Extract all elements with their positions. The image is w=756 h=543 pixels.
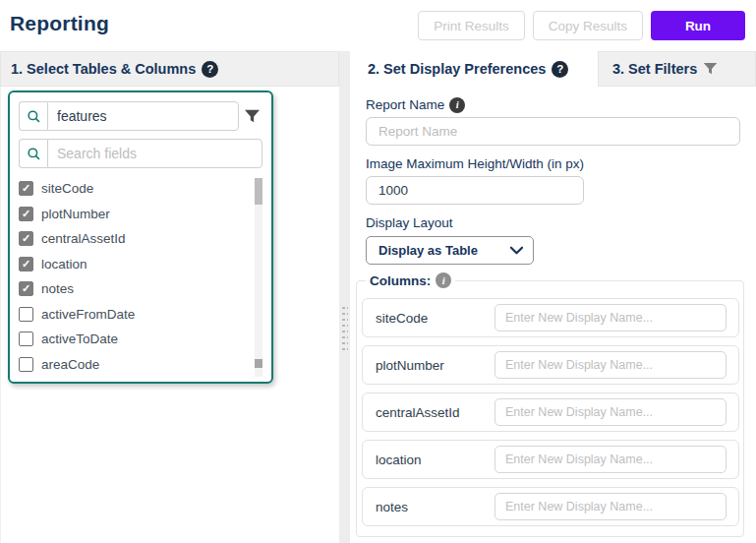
column-input[interactable]: [494, 493, 727, 520]
field-checkbox-item[interactable]: areaCode: [19, 352, 262, 378]
field-label: centralAssetId: [41, 231, 126, 246]
field-checkbox-item[interactable]: centralAssetId: [19, 226, 262, 252]
display-preferences-panel: Report Name Image Maximum Height/Width (…: [350, 87, 756, 543]
tab-select-tables[interactable]: 1. Select Tables & Columns: [0, 51, 339, 87]
field-checkbox-item[interactable]: plotNumber: [19, 202, 262, 227]
image-max-label: Image Maximum Height/Width (in px): [366, 156, 740, 172]
checkbox[interactable]: [19, 231, 33, 246]
checkbox[interactable]: [19, 357, 33, 372]
select-tables-header-label: 1. Select Tables & Columns: [11, 61, 196, 77]
checkbox[interactable]: [19, 181, 33, 196]
column-input[interactable]: [494, 398, 727, 426]
copy-results-button[interactable]: Copy Results: [533, 11, 643, 40]
display-preferences-header-label: 2. Set Display Preferences: [368, 61, 546, 77]
field-label: location: [41, 257, 87, 272]
table-search-input[interactable]: [47, 101, 239, 131]
run-button[interactable]: Run: [651, 11, 745, 40]
image-max-input[interactable]: [366, 176, 584, 205]
report-name-label-text: Report Name: [366, 97, 444, 113]
panel-splitter[interactable]: [339, 51, 350, 543]
field-search-input[interactable]: [47, 139, 262, 168]
column-input[interactable]: [494, 304, 727, 332]
print-results-button[interactable]: Print Results: [418, 11, 525, 40]
tab-set-filters[interactable]: 3. Set Filters: [598, 51, 756, 87]
column-name: centralAssetId: [376, 405, 460, 420]
field-checkbox-item[interactable]: activeToDate: [19, 327, 262, 352]
info-icon[interactable]: [449, 97, 465, 113]
help-icon[interactable]: [552, 61, 568, 78]
filter-icon: [244, 109, 261, 124]
table-column-picker: siteCode plotNumber centralAssetId locat…: [8, 90, 273, 384]
column-name: location: [376, 452, 422, 467]
table-search-row: [19, 101, 262, 131]
columns-legend: Columns:: [366, 272, 455, 288]
splitter-grip-icon[interactable]: [341, 305, 348, 350]
field-label: activeFromDate: [41, 307, 135, 322]
field-checkbox-item[interactable]: siteCode: [19, 176, 262, 202]
info-icon[interactable]: [436, 272, 451, 288]
search-icon: [19, 139, 47, 168]
scrollbar-thumb[interactable]: [255, 178, 262, 205]
columns-list: siteCode plotNumber centralAssetId locat…: [362, 298, 739, 526]
select-tables-panel: siteCode plotNumber centralAssetId locat…: [0, 87, 339, 543]
filter-icon: [703, 62, 718, 76]
checkbox[interactable]: [19, 281, 33, 296]
field-label: notes: [41, 281, 74, 296]
chevron-down-icon: [510, 246, 523, 255]
field-label: plotNumber: [41, 207, 110, 221]
display-layout-select[interactable]: Display as Table: [366, 236, 534, 265]
field-checkbox-item[interactable]: notes: [19, 276, 262, 302]
column-input[interactable]: [494, 351, 727, 379]
checkbox[interactable]: [19, 257, 33, 272]
search-icon: [19, 101, 47, 131]
scrollbar-track[interactable]: [255, 178, 262, 377]
checkbox[interactable]: [19, 332, 33, 346]
display-layout-label: Display Layout: [366, 215, 740, 231]
report-name-input[interactable]: [366, 117, 740, 146]
column-row: location: [362, 440, 739, 479]
help-icon[interactable]: [202, 61, 218, 78]
scrollbar-corner: [255, 359, 262, 368]
column-row: centralAssetId: [362, 392, 739, 432]
report-name-label: Report Name: [366, 97, 740, 113]
columns-legend-text: Columns:: [370, 273, 431, 288]
field-label: activeToDate: [41, 332, 118, 346]
field-label: siteCode: [41, 181, 93, 196]
checkbox[interactable]: [19, 307, 33, 322]
tab-display-preferences[interactable]: 2. Set Display Preferences: [350, 51, 598, 87]
column-row: notes: [362, 487, 739, 526]
column-input[interactable]: [494, 446, 727, 473]
set-filters-header-label: 3. Set Filters: [612, 61, 697, 77]
field-checkbox-item[interactable]: location: [19, 252, 262, 277]
toolbar: Print Results Copy Results Run: [418, 11, 745, 40]
column-row: plotNumber: [362, 345, 739, 385]
page-title: Reporting: [10, 12, 109, 35]
checkbox[interactable]: [19, 207, 33, 221]
column-row: siteCode: [362, 298, 739, 337]
display-layout-selected-value: Display as Table: [378, 243, 478, 258]
table-filter-button[interactable]: [241, 101, 262, 131]
field-checkbox-item[interactable]: activeFromDate: [19, 302, 262, 328]
column-name: plotNumber: [376, 358, 444, 373]
field-search-row: [19, 139, 262, 168]
columns-fieldset: Columns: siteCode plotNumber centralAsse…: [356, 272, 744, 537]
fields-checkbox-list: siteCode plotNumber centralAssetId locat…: [19, 176, 262, 379]
column-name: siteCode: [376, 311, 428, 326]
column-name: notes: [376, 500, 408, 514]
field-label: areaCode: [41, 357, 99, 372]
